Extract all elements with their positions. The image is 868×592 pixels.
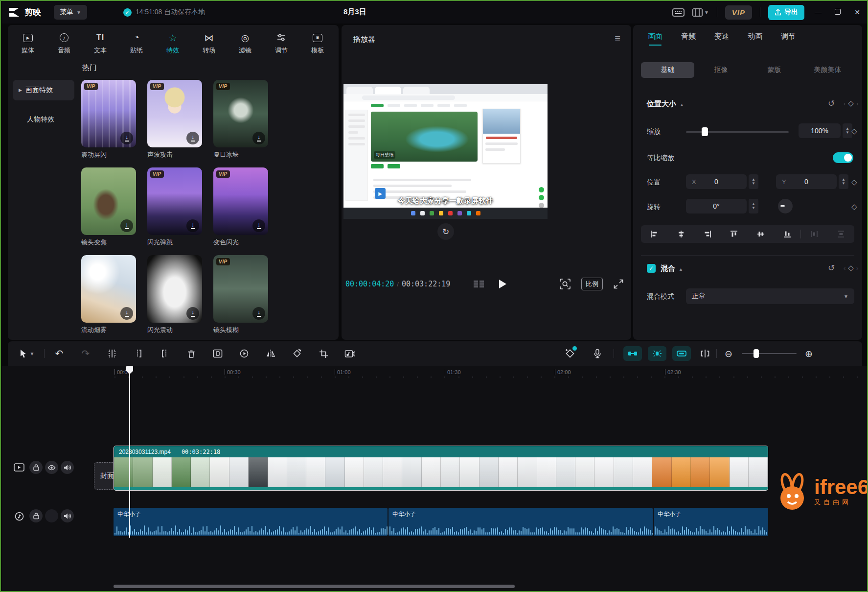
subtab-cutout[interactable]: 抠像 <box>694 62 748 78</box>
effect-card[interactable]: VIP ↓ <box>213 80 268 147</box>
download-icon[interactable]: ↓ <box>120 132 133 144</box>
maximize-button[interactable] <box>832 8 844 16</box>
trim-left-icon[interactable] <box>130 345 147 362</box>
scale-slider-knob[interactable] <box>702 127 708 136</box>
keyframe-control[interactable]: ‹◇› <box>844 99 858 108</box>
rotation-dial[interactable] <box>778 199 793 213</box>
record-voice-icon[interactable] <box>589 345 606 362</box>
effect-card[interactable]: VIP ↓ <box>213 255 268 323</box>
rotate-icon[interactable] <box>289 345 305 362</box>
effect-card[interactable]: VIP ↓ <box>147 167 202 235</box>
audio-track-icon[interactable] <box>15 512 24 521</box>
trim-right-icon[interactable] <box>157 345 173 362</box>
focus-zoom-icon[interactable] <box>560 279 571 289</box>
position-keyframe[interactable]: ◇ <box>851 178 857 187</box>
effect-card[interactable]: VIP ↓ <box>81 80 136 147</box>
zoom-out-icon[interactable]: ⊖ <box>720 345 737 362</box>
effect-card[interactable]: ↓ <box>147 255 202 323</box>
blend-checkbox[interactable]: ✓ <box>647 264 656 273</box>
sidebar-item-character-effects[interactable]: 人物特效 <box>13 109 74 130</box>
download-icon[interactable]: ↓ <box>186 307 199 320</box>
timeline-zoom-slider[interactable] <box>742 353 797 354</box>
crop-icon[interactable] <box>315 345 332 362</box>
download-icon[interactable]: ↓ <box>186 132 199 144</box>
main-track-icon[interactable] <box>14 463 24 472</box>
uniform-scale-toggle[interactable] <box>833 152 853 163</box>
blend-keyframe[interactable]: ‹◇› <box>844 263 858 272</box>
mute-track-icon[interactable] <box>61 461 74 474</box>
tab-audio[interactable]: ♪音频 <box>46 29 82 58</box>
zoom-slider-knob[interactable] <box>754 349 759 358</box>
auto-ripple-toggle[interactable] <box>648 346 666 361</box>
lock-track-icon[interactable] <box>29 509 43 522</box>
split-icon[interactable] <box>104 345 120 362</box>
tab-text[interactable]: TI文本 <box>82 29 118 58</box>
extract-audio-icon[interactable] <box>342 345 358 362</box>
adsorb-icon[interactable] <box>697 345 713 362</box>
position-x-field[interactable]: X 0 <box>686 174 747 189</box>
ratio-button[interactable]: 比例 <box>581 278 603 290</box>
mirror-icon[interactable] <box>262 345 279 362</box>
select-tool[interactable]: ▼ <box>16 345 38 362</box>
scale-value[interactable]: 100% <box>799 123 841 138</box>
download-icon[interactable]: ↓ <box>252 307 265 320</box>
subtab-beauty[interactable]: 美颜美体 <box>801 62 854 78</box>
tab-transition[interactable]: ⋈转场 <box>191 29 227 58</box>
tab-audio-props[interactable]: 音频 <box>681 32 696 46</box>
download-icon[interactable]: ↓ <box>252 132 265 144</box>
rotation-value[interactable]: 0° <box>686 199 747 213</box>
scale-slider[interactable] <box>686 131 789 133</box>
collapse-arrow-icon[interactable]: ▲ <box>679 267 683 272</box>
play-button[interactable] <box>499 280 506 288</box>
position-y-stepper[interactable]: ▲▼ <box>839 174 848 189</box>
position-y-field[interactable]: Y 0 <box>776 174 837 189</box>
close-button[interactable]: ✕ <box>851 8 863 16</box>
layout-switch-icon[interactable]: ▼ <box>692 8 709 17</box>
effect-card[interactable]: VIP ↓ <box>213 167 268 235</box>
tab-filter[interactable]: ◎滤镜 <box>227 29 263 58</box>
align-right-icon[interactable] <box>694 230 721 238</box>
download-icon[interactable]: ↓ <box>120 307 133 320</box>
zoom-in-icon[interactable]: ⊕ <box>800 345 817 362</box>
magnetic-snap-toggle[interactable] <box>623 346 642 361</box>
tab-template[interactable]: ▣模板 <box>299 29 336 58</box>
tab-adjust[interactable]: 调节 <box>263 29 299 58</box>
frame-preview-icon[interactable] <box>474 280 484 288</box>
tab-effects[interactable]: ☆特效 <box>155 29 191 58</box>
menu-button[interactable]: 菜单▼ <box>54 5 87 20</box>
tab-picture[interactable]: 画面 <box>648 32 662 46</box>
minimize-button[interactable]: — <box>812 8 824 16</box>
vip-button[interactable]: VIP <box>725 5 752 20</box>
keyframe-add-icon[interactable] <box>562 345 578 362</box>
fullscreen-icon[interactable] <box>614 279 623 289</box>
audio-clip[interactable]: 中华小子 <box>114 508 388 536</box>
align-left-icon[interactable] <box>641 230 667 238</box>
tab-adjust-props[interactable]: 调节 <box>781 32 796 46</box>
mask-icon[interactable] <box>209 345 226 362</box>
blend-mode-dropdown[interactable]: 正常 ▼ <box>686 288 854 304</box>
lock-track-icon[interactable] <box>29 461 43 474</box>
hide-track-icon[interactable] <box>45 461 58 474</box>
undo-icon[interactable]: ↶ <box>51 345 68 362</box>
collapse-arrow-icon[interactable]: ▲ <box>680 102 684 107</box>
video-preview[interactable]: 每日壁纸 ▶ 今天给大家分享一款录屏软件 <box>343 84 548 219</box>
mute-track-icon[interactable] <box>61 509 74 522</box>
download-icon[interactable]: ↓ <box>186 219 199 232</box>
effect-card[interactable]: VIP ↓ <box>147 80 202 147</box>
align-center-horizontal-icon[interactable] <box>667 230 694 238</box>
position-x-stepper[interactable]: ▲▼ <box>749 174 758 189</box>
playhead-line[interactable] <box>129 367 130 538</box>
audio-clip[interactable]: 中华小子 <box>388 508 653 536</box>
export-button[interactable]: 导出 <box>768 5 804 20</box>
rotation-stepper[interactable]: ▲▼ <box>749 199 758 213</box>
rotation-keyframe[interactable]: ◇ <box>851 202 857 211</box>
link-preview-toggle[interactable] <box>672 346 691 361</box>
subtab-mask[interactable]: 蒙版 <box>748 62 801 78</box>
scale-stepper[interactable]: ▲▼ <box>843 123 852 138</box>
tab-media[interactable]: ▶媒体 <box>10 29 46 58</box>
effect-card[interactable]: ↓ <box>81 167 136 235</box>
delete-icon[interactable] <box>183 345 200 362</box>
scale-keyframe[interactable]: ◇ <box>851 127 857 136</box>
shortcut-keyboard-icon[interactable] <box>672 8 685 17</box>
effect-card[interactable]: ↓ <box>81 255 136 323</box>
